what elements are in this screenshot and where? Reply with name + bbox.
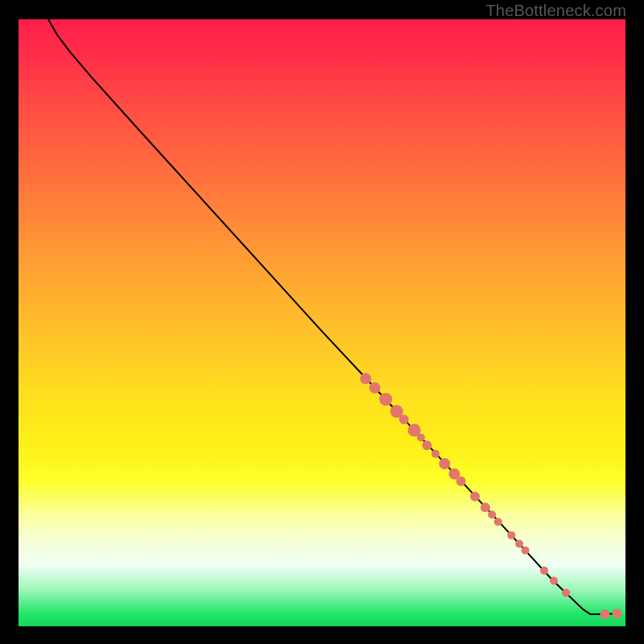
data-point — [481, 502, 490, 512]
data-points-group — [360, 373, 621, 619]
data-point — [399, 415, 409, 424]
data-point — [550, 576, 558, 584]
data-point — [494, 518, 502, 526]
data-point — [379, 393, 392, 406]
bottleneck-curve — [48, 19, 617, 614]
data-point — [417, 434, 425, 442]
data-point — [470, 492, 480, 502]
data-point — [507, 531, 515, 539]
data-point — [522, 547, 530, 555]
data-point — [431, 450, 440, 458]
data-point — [456, 477, 466, 486]
data-point — [600, 609, 609, 619]
data-point — [612, 609, 621, 618]
data-point — [369, 382, 381, 394]
attribution-text: TheBottleneck.com — [485, 2, 626, 20]
data-point — [422, 440, 431, 450]
chart-overlay — [19, 19, 625, 626]
chart-stage: TheBottleneck.com — [0, 0, 644, 644]
data-point — [488, 510, 496, 518]
data-point — [360, 373, 371, 384]
data-point — [562, 589, 570, 597]
data-point — [540, 567, 548, 575]
data-point — [515, 539, 523, 547]
data-point — [439, 458, 450, 469]
